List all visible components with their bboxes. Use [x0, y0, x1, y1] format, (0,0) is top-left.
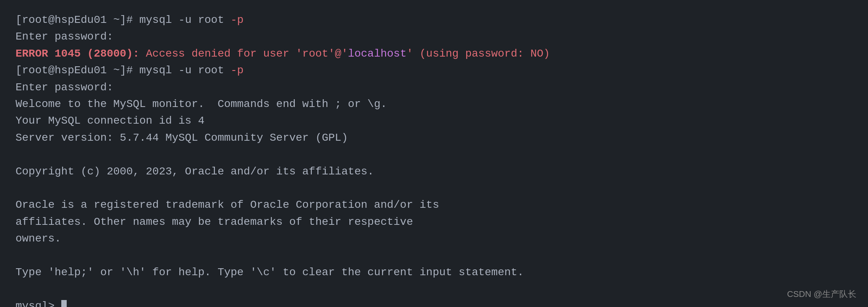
flag-p-2: -p — [231, 64, 244, 76]
blank-line-1 — [16, 146, 852, 163]
cursor-block — [61, 300, 67, 307]
terminal-line-4: [root@hspEdu01 ~]# mysql -u root -p — [16, 62, 852, 79]
terminal-line-2: Enter password: — [16, 28, 852, 45]
access-denied-text: Access denied — [146, 48, 230, 60]
blank-line-2 — [16, 180, 852, 197]
terminal-line-12: owners. — [16, 230, 852, 247]
terminal-line-14[interactable]: mysql> — [16, 298, 852, 307]
cmd-mysql-1: mysql -u root — [139, 14, 230, 26]
blank-line-4 — [16, 281, 852, 297]
terminal-line-10: Oracle is a registered trademark of Orac… — [16, 197, 852, 213]
localhost-text: localhost — [348, 48, 406, 60]
terminal-line-1: [root@hspEdu01 ~]# mysql -u root -p — [16, 12, 852, 28]
blank-line-3 — [16, 247, 852, 264]
terminal-line-8: Server version: 5.7.44 MySQL Community S… — [16, 129, 852, 146]
watermark: CSDN @生产队长 — [787, 288, 856, 300]
terminal-line-11: affiliates. Other names may be trademark… — [16, 214, 852, 230]
prompt-1: [root@hspEdu01 ~]# — [16, 14, 139, 26]
prompt-2: [root@hspEdu01 ~]# — [16, 64, 139, 76]
terminal-line-7: Your MySQL connection id is 4 — [16, 112, 852, 129]
cmd-mysql-2: mysql -u root — [139, 64, 230, 76]
terminal-line-5: Enter password: — [16, 79, 852, 96]
error-for-user: for user 'root'@' — [231, 48, 348, 60]
error-using-password: ' (using password: NO) — [406, 48, 550, 60]
terminal-window: [root@hspEdu01 ~]# mysql -u root -p Ente… — [0, 0, 868, 307]
terminal-line-9: Copyright (c) 2000, 2023, Oracle and/or … — [16, 163, 852, 180]
terminal-line-13: Type 'help;' or '\h' for help. Type '\c'… — [16, 264, 852, 281]
mysql-prompt: mysql> — [16, 300, 61, 307]
error-label: ERROR 1045 (28000): — [16, 48, 146, 60]
terminal-line-6: Welcome to the MySQL monitor. Commands e… — [16, 96, 852, 112]
flag-p-1: -p — [231, 14, 244, 26]
terminal-line-3: ERROR 1045 (28000): Access denied for us… — [16, 45, 852, 62]
